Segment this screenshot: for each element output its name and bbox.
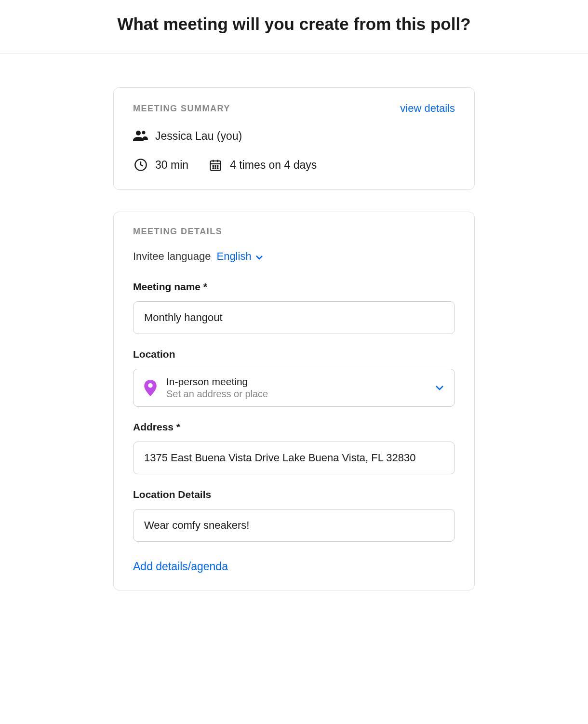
meeting-name-input[interactable] (133, 301, 455, 334)
pin-icon (144, 380, 158, 396)
times-item: 4 times on 4 days (208, 157, 317, 173)
svg-point-1 (142, 131, 146, 134)
details-card-header: MEETING DETAILS (133, 227, 455, 237)
svg-point-0 (136, 131, 141, 135)
svg-point-7 (213, 168, 214, 169)
page-title: What meeting will you create from this p… (10, 14, 578, 34)
people-icon (133, 128, 148, 144)
svg-point-6 (217, 165, 218, 166)
svg-point-10 (148, 383, 153, 388)
times-text: 4 times on 4 days (230, 159, 317, 172)
svg-point-8 (215, 168, 216, 169)
language-select[interactable]: English (216, 250, 263, 263)
details-section-label: MEETING DETAILS (133, 227, 222, 237)
location-type: In-person meeting (166, 376, 427, 388)
svg-point-5 (215, 165, 216, 166)
location-details-label: Location Details (133, 489, 455, 500)
meeting-summary-card: MEETING SUMMARY view details Jessica Lau… (113, 87, 475, 190)
organizer-row: Jessica Lau (you) (133, 128, 455, 144)
clock-icon (133, 157, 148, 173)
location-details-input[interactable] (133, 509, 455, 542)
meeting-name-label: Meeting name * (133, 281, 455, 293)
location-dropdown[interactable]: In-person meeting Set an address or plac… (133, 369, 455, 407)
page-header: What meeting will you create from this p… (0, 0, 588, 54)
location-group: Location In-person meeting Set an addres… (133, 349, 455, 407)
view-details-link[interactable]: view details (400, 102, 455, 115)
address-group: Address * (133, 421, 455, 474)
language-label: Invitee language (133, 250, 211, 263)
location-details-group: Location Details (133, 489, 455, 542)
location-dropdown-text: In-person meeting Set an address or plac… (166, 376, 427, 400)
svg-point-4 (213, 165, 214, 166)
language-value: English (216, 250, 251, 263)
address-input[interactable] (133, 442, 455, 474)
svg-point-9 (217, 168, 218, 169)
summary-section-label: MEETING SUMMARY (133, 104, 230, 114)
location-hint: Set an address or place (166, 389, 427, 400)
chevron-down-icon (435, 384, 444, 392)
duration-text: 30 min (155, 159, 188, 172)
summary-card-header: MEETING SUMMARY view details (133, 102, 455, 115)
content-container: MEETING SUMMARY view details Jessica Lau… (104, 54, 484, 631)
duration-item: 30 min (133, 157, 188, 173)
summary-meta-row: 30 min 4 (133, 157, 455, 173)
organizer-name: Jessica Lau (you) (155, 130, 242, 143)
language-row: Invitee language English (133, 250, 455, 263)
chevron-down-icon (255, 250, 263, 263)
add-details-agenda-link[interactable]: Add details/agenda (133, 560, 228, 573)
meeting-details-card: MEETING DETAILS Invitee language English… (113, 212, 475, 590)
calendar-icon (208, 157, 223, 173)
meeting-name-group: Meeting name * (133, 281, 455, 334)
address-label: Address * (133, 421, 455, 433)
location-label: Location (133, 349, 455, 360)
